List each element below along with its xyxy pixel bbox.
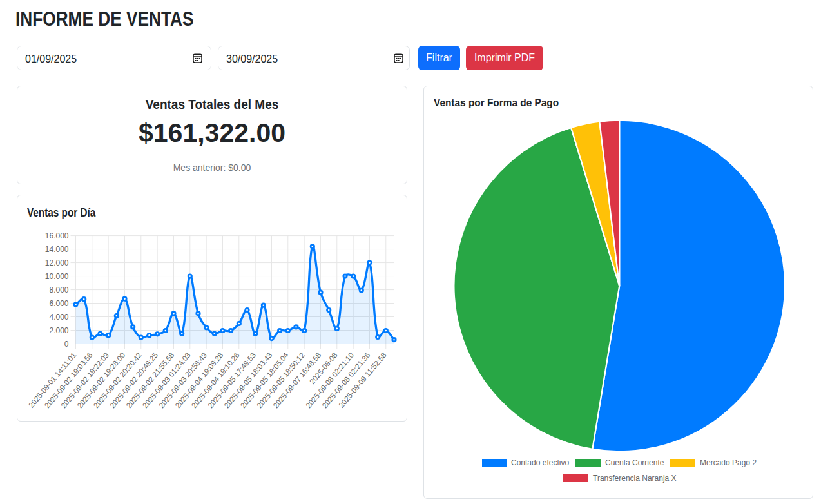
svg-text:12.000: 12.000	[45, 258, 69, 267]
svg-text:10.000: 10.000	[45, 272, 69, 281]
svg-text:0: 0	[64, 340, 69, 349]
svg-text:6.000: 6.000	[49, 299, 68, 308]
svg-text:8.000: 8.000	[49, 286, 68, 295]
svg-text:14.000: 14.000	[45, 245, 69, 254]
svg-text:4.000: 4.000	[49, 313, 68, 322]
svg-text:16.000: 16.000	[45, 231, 69, 240]
svg-text:2.000: 2.000	[49, 326, 68, 335]
